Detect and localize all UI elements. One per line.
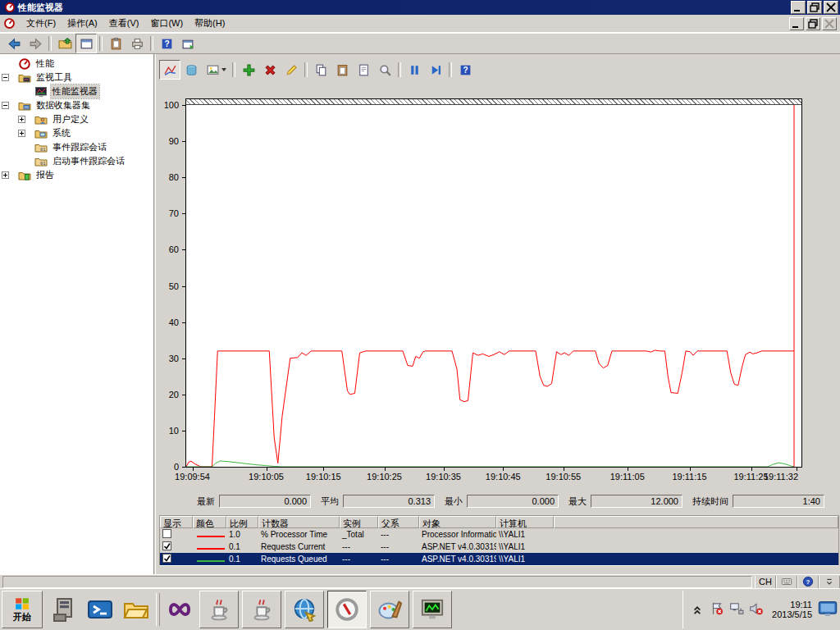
show-console-tree-button[interactable] <box>75 34 97 53</box>
minimize-button[interactable] <box>791 1 806 14</box>
powershell-shortcut[interactable] <box>84 593 116 626</box>
tree-item-1[interactable]: 性能 <box>0 57 153 71</box>
copy-properties-button[interactable] <box>310 60 331 80</box>
language-help-icon[interactable]: ? <box>797 576 819 588</box>
legend-header-cell[interactable]: 计数器 <box>258 516 340 528</box>
chart-type-button[interactable] <box>202 60 230 80</box>
network-icon[interactable] <box>729 601 746 618</box>
server-manager-shortcut[interactable] <box>48 593 80 626</box>
action-center-icon[interactable] <box>710 601 726 618</box>
legend-header-cell[interactable]: 颜色 <box>193 516 226 528</box>
tree-expander-minus-icon[interactable] <box>2 102 9 109</box>
x-axis-label: 19:10:05 <box>249 472 284 482</box>
show-desktop-icon[interactable] <box>817 599 838 620</box>
checked-checkbox[interactable] <box>162 541 171 550</box>
menu-bar: 文件(F)操作(A)查看(V)窗口(W)帮助(H) <box>0 15 840 33</box>
java-cup-icon <box>249 597 274 622</box>
x-axis-label: 19:11:15 <box>672 472 706 482</box>
help-button[interactable]: ? <box>156 34 177 53</box>
mdi-restore-button[interactable] <box>806 17 820 30</box>
show-cell <box>160 554 193 564</box>
folder-trace-icon: 01 <box>34 155 48 168</box>
tree-item-5[interactable]: 用户定义 <box>0 112 153 126</box>
start-button[interactable]: 开始 <box>2 591 43 628</box>
y-axis-tick <box>182 105 185 106</box>
parent-cell: --- <box>378 530 419 539</box>
console-icon <box>3 17 16 30</box>
menu-item-3[interactable]: 查看(V) <box>103 16 145 30</box>
tree-expander-plus-icon[interactable] <box>2 171 9 179</box>
tree-expander-plus-icon[interactable] <box>18 130 25 137</box>
forward-button[interactable] <box>25 34 46 53</box>
window-frame-icon <box>80 37 94 51</box>
counter-legend-table: 显示颜色比例计数器实例父系对象计算机1.0% Processor Time_To… <box>159 515 839 566</box>
paste-counter-list-button[interactable] <box>331 60 353 80</box>
legend-header-cell[interactable]: 比例 <box>226 516 258 528</box>
export-list-button[interactable] <box>105 34 126 53</box>
volume-muted-icon[interactable] <box>749 601 765 618</box>
new-window-button[interactable] <box>177 34 199 53</box>
tree-item-3[interactable]: 性能监视器 <box>0 84 153 98</box>
add-counter-button[interactable] <box>238 60 259 80</box>
restore-button[interactable] <box>807 1 822 14</box>
tree-item-4[interactable]: 数据收集器集 <box>0 98 153 112</box>
tree-item-2[interactable]: 监视工具 <box>0 71 153 84</box>
explorer-shortcut[interactable] <box>121 593 152 626</box>
java-app-button-1[interactable] <box>199 591 239 628</box>
svg-text:?: ? <box>463 66 468 75</box>
taskbar-clock[interactable]: 19:11 2013/5/15 <box>772 600 812 619</box>
menu-item-1[interactable]: 文件(F) <box>21 16 62 30</box>
language-options-icon[interactable] <box>819 576 840 588</box>
x-axis-tick <box>193 468 194 471</box>
iis-manager-button[interactable] <box>285 591 324 628</box>
help-button[interactable]: ? <box>454 60 476 80</box>
java-app-button-2[interactable] <box>242 591 281 628</box>
language-indicator[interactable]: CH <box>755 576 776 588</box>
highlight-button[interactable] <box>281 60 302 80</box>
tree-item-label: 监视工具 <box>34 71 74 84</box>
legend-header-cell[interactable]: 实例 <box>340 516 378 528</box>
menu-item-4[interactable]: 窗口(W) <box>144 16 189 30</box>
tree-item-7[interactable]: 01事件跟踪会话 <box>0 140 153 154</box>
legend-header-cell[interactable]: 显示 <box>160 516 193 528</box>
show-hidden-icons-button[interactable] <box>690 601 706 618</box>
checked-checkbox[interactable] <box>162 554 171 563</box>
performance-monitor-button[interactable] <box>327 591 367 628</box>
legend-header-cell[interactable]: 对象 <box>419 516 496 528</box>
back-button[interactable] <box>3 34 25 53</box>
print-button[interactable] <box>126 34 148 53</box>
delete-counter-button[interactable] <box>259 60 281 80</box>
tree-item-9[interactable]: 报告 <box>0 168 153 182</box>
mdi-minimize-button[interactable] <box>789 17 804 30</box>
legend-row-2[interactable]: 0.1Requests Current------ASP.NET v4.0.30… <box>160 541 838 553</box>
legend-header-cell[interactable]: 计算机 <box>496 516 554 528</box>
legend-row-3[interactable]: 0.1Requests Queued------ASP.NET v4.0.303… <box>160 553 838 565</box>
keyboard-layout-icon[interactable] <box>776 576 797 588</box>
visual-studio-shortcut[interactable] <box>164 593 195 626</box>
folder-user-icon <box>34 113 48 126</box>
menu-item-5[interactable]: 帮助(H) <box>189 16 231 30</box>
taskbar: 开始 19:11 2013/5/15 <box>0 588 840 630</box>
series-line-1 <box>186 350 794 467</box>
view-current-activity-button[interactable] <box>159 60 180 80</box>
tree-item-6[interactable]: 系统 <box>0 126 153 140</box>
unchecked-checkbox[interactable] <box>162 529 171 538</box>
zoom-button[interactable] <box>374 60 395 80</box>
counter-cell: % Processor Time <box>258 530 340 539</box>
freeze-display-button[interactable] <box>404 60 425 80</box>
legend-row-1[interactable]: 1.0% Processor Time_Total---Processor In… <box>160 528 838 541</box>
legend-header-filler[interactable] <box>554 516 838 528</box>
close-button[interactable] <box>824 1 838 14</box>
view-log-data-button[interactable] <box>180 60 202 80</box>
properties-button[interactable] <box>353 60 374 80</box>
tree-expander-plus-icon[interactable] <box>18 116 25 123</box>
menu-item-2[interactable]: 操作(A) <box>62 16 103 30</box>
perfmon-view-panel: ? 100908070605040302010019:09:5419:10:05… <box>155 54 840 574</box>
up-one-level-button[interactable] <box>54 34 75 53</box>
task-manager-button[interactable] <box>413 591 452 628</box>
tree-item-8[interactable]: 01启动事件跟踪会话 <box>0 154 153 168</box>
paint-button[interactable] <box>370 591 409 628</box>
legend-header-cell[interactable]: 父系 <box>378 516 419 528</box>
update-data-button[interactable] <box>425 60 446 80</box>
tree-expander-minus-icon[interactable] <box>2 74 9 81</box>
